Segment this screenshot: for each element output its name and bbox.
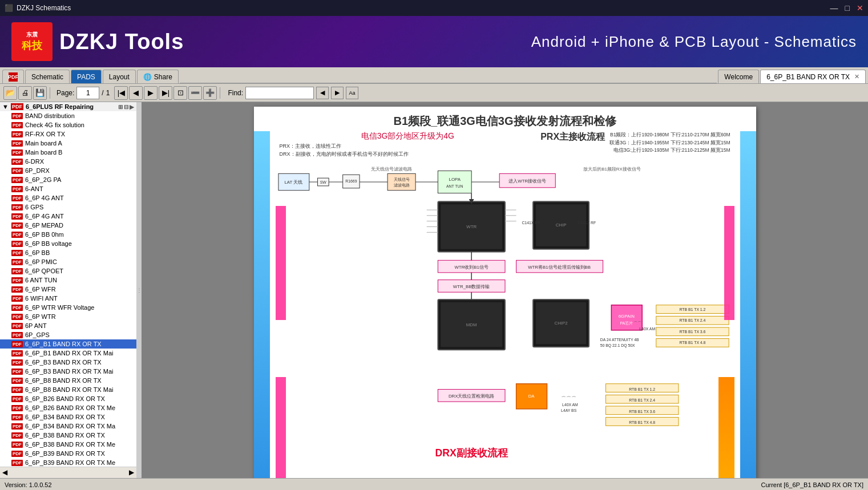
svg-text:WTR_BB数据传输: WTR_BB数据传输	[453, 284, 490, 289]
sidebar-item[interactable]: PDF6_6P BB 0hm	[0, 230, 136, 239]
svg-text:无天线信号滤波电路: 无天线信号滤波电路	[370, 167, 411, 172]
sidebar-item[interactable]: PDF6_6P PMIC	[0, 257, 136, 266]
svg-text:L40X AM: L40X AM	[562, 403, 578, 407]
sidebar-item[interactable]: PDF6_6P 4G ANT	[0, 212, 136, 221]
share-icon: 🌐	[143, 73, 152, 81]
close-button[interactable]: ✕	[857, 3, 863, 13]
sidebar-root[interactable]: ▼ PDF 6_6PLUS RF Repairing ⊞ ⊟ ▶	[0, 102, 136, 111]
prev-page-button[interactable]: ◀	[129, 86, 143, 100]
next-page-end-button[interactable]: ▶|	[159, 86, 172, 100]
maximize-button[interactable]: □	[845, 3, 850, 13]
sidebar-scroll-right-bot[interactable]: ▶	[129, 468, 134, 477]
tab-pads[interactable]: PADS	[71, 70, 102, 83]
page-title: B1频段_联通3G电信3G接收发射流程和检修	[254, 114, 756, 129]
sidebar-item-label: 6_6P_B34 BAND RX OR TX	[25, 414, 105, 420]
sidebar-item[interactable]: PDF6_6P_B3 BAND RX OR TX Mai	[0, 367, 136, 376]
sidebar-item[interactable]: PDF6_6P BB	[0, 248, 136, 257]
sidebar-item[interactable]: PDF6 WIFI ANT	[0, 294, 136, 303]
sidebar-item[interactable]: PDF6_6P QPOET	[0, 266, 136, 276]
sidebar-item-label: 6_6P 4G ANT	[25, 213, 64, 220]
find-input[interactable]	[245, 87, 314, 99]
sidebar-item[interactable]: PDF6_6P_B26 BAND RX OR TX Me	[0, 403, 136, 412]
sidebar-item[interactable]: PDF6_6P 4G ANT	[0, 193, 136, 203]
sidebar-item[interactable]: PDF6-DRX	[0, 157, 136, 166]
svg-text:RTB B1 TX 1.2: RTB B1 TX 1.2	[629, 387, 655, 391]
tab-schematic[interactable]: Schematic	[25, 70, 70, 83]
svg-text:CHIP2: CHIP2	[554, 321, 567, 326]
sidebar-item[interactable]: PDF6_6P WFR	[0, 285, 136, 294]
print-button[interactable]: 🖨	[18, 86, 32, 100]
sidebar-item[interactable]: PDF6_6P_B38 BAND RX OR TX	[0, 431, 136, 440]
sidebar-scroll-right[interactable]: ▶	[130, 104, 134, 110]
tab-layout[interactable]: Layout	[103, 70, 136, 83]
sidebar-item[interactable]: PDF6_6P WTR WFR Voltage	[0, 303, 136, 312]
sidebar-item[interactable]: PDFMain board A	[0, 139, 136, 148]
next-page-button[interactable]: ▶	[144, 86, 158, 100]
sidebar-item[interactable]: PDF6 GPS	[0, 203, 136, 212]
svg-text:C141X RF: C141X RF	[522, 221, 540, 225]
zoom-out-button[interactable]: ➖	[188, 86, 202, 100]
pdf-icon: PDF	[11, 140, 23, 147]
pdf-icon: PDF	[11, 222, 23, 229]
sidebar-item[interactable]: PDF6-ANT	[0, 184, 136, 193]
sidebar-item[interactable]: PDFBAND distribution	[0, 111, 136, 120]
sidebar-item-label: 6_6P PMIC	[25, 258, 57, 265]
sidebar-item[interactable]: PDF6_6P_B8 BAND RX OR TX Mai	[0, 385, 136, 394]
collapse-all-icon[interactable]: ⊟	[124, 104, 128, 110]
toolbar-area: PDF Schematic PADS Layout 🌐 Share Welcom…	[0, 67, 868, 102]
page-input[interactable]	[76, 87, 99, 99]
sidebar-item[interactable]: PDF6_6P BB voltage	[0, 239, 136, 248]
tab-close-button[interactable]: ✕	[854, 73, 859, 80]
sidebar-item-label: 6_6P_B26 BAND RX OR TX	[25, 395, 105, 402]
sidebar-item[interactable]: PDFCheck 4G fix solution	[0, 120, 136, 129]
find-next-button[interactable]: ▶	[331, 87, 344, 99]
content-area[interactable]: B1频段_联通3G电信3G接收发射流程和检修 电信3G部分地区升级为4G PRX…	[142, 102, 868, 478]
sidebar-item[interactable]: PDF6_6P_B34 BAND RX OR TX Ma	[0, 422, 136, 431]
sidebar-item[interactable]: PDF6_6P_B39 BAND RX OR TX Me	[0, 458, 136, 467]
tab-welcome[interactable]: Welcome	[718, 70, 759, 83]
sidebar-item[interactable]: PDF6_6P WTR	[0, 312, 136, 321]
sidebar-item[interactable]: PDF6_6P_B34 BAND RX OR TX	[0, 412, 136, 422]
sidebar-item[interactable]: PDF6_6P_B39 BAND RX OR TX	[0, 449, 136, 458]
sidebar-item[interactable]: PDF6_6P_B8 BAND RX OR TX	[0, 376, 136, 385]
pdf-icon: PDF	[11, 387, 23, 393]
sidebar-item[interactable]: PDF6_6P MEPAD	[0, 221, 136, 230]
sidebar-item[interactable]: PDFMain board B	[0, 148, 136, 157]
sidebar-item[interactable]: PDF6_6P_B3 BAND RX OR TX	[0, 358, 136, 367]
find-prev-button[interactable]: ◀	[316, 87, 329, 99]
pdf-icon: PDF	[11, 195, 23, 201]
sidebar-item[interactable]: PDF6P_GPS	[0, 330, 136, 339]
sidebar-item[interactable]: PDF6_6P_B38 BAND RX OR TX Me	[0, 440, 136, 449]
sidebar-item[interactable]: PDF6_6P_B26 BAND RX OR TX	[0, 394, 136, 403]
sidebar-scroll-left[interactable]: ◀	[2, 468, 7, 477]
status-bar: Version: 1.0.0.52 Current [6_6P_B1 BAND …	[0, 478, 868, 490]
tab-pdf[interactable]: PDF	[2, 70, 24, 83]
minimize-button[interactable]: —	[830, 3, 838, 13]
sidebar-item-label: 6_6P_2G PA	[25, 176, 61, 183]
sidebar-item-label: 6 GPS	[25, 204, 43, 210]
save-button[interactable]: 💾	[33, 86, 47, 100]
resize-handle[interactable]: ⋮	[137, 102, 142, 478]
prev-page-start-button[interactable]: |◀	[114, 86, 128, 100]
zoom-fit-button[interactable]: ⊡	[173, 86, 187, 100]
tab-band-rx-tx[interactable]: 6_6P_B1 BAND RX OR TX ✕	[760, 70, 866, 83]
pdf-icon: PDF	[11, 113, 23, 119]
sidebar-item[interactable]: PDF6P ANT	[0, 321, 136, 330]
expand-all-icon[interactable]: ⊞	[118, 104, 123, 110]
sidebar-item[interactable]: PDF6_6P_B1 BAND RX OR TX Mai	[0, 349, 136, 358]
collapse-controls: ⊞ ⊟ ▶	[118, 104, 134, 110]
zoom-in-button[interactable]: ➕	[203, 86, 217, 100]
tab-share[interactable]: 🌐 Share	[137, 70, 179, 83]
window-controls[interactable]: — □ ✕	[830, 3, 863, 13]
sidebar-item[interactable]: PDF6_6P_2G PA	[0, 175, 136, 184]
sidebar-item[interactable]: PDF6P_DRX	[0, 166, 136, 175]
sidebar-item[interactable]: PDFRF-RX OR TX	[0, 129, 136, 139]
sidebar-item-label: 6_6P WTR	[25, 313, 56, 320]
pdf-icon: PDF	[11, 277, 23, 284]
open-button[interactable]: 📂	[3, 86, 17, 100]
sidebar-item-label: 6_6P 4G ANT	[25, 195, 64, 201]
sidebar-item[interactable]: PDF6 ANT TUN	[0, 276, 136, 285]
sidebar-item[interactable]: PDF6_6P_B1 BAND RX OR TX	[0, 339, 136, 349]
svg-text:LAT 天线: LAT 天线	[284, 180, 302, 185]
find-case-button[interactable]: Aa	[346, 87, 358, 99]
